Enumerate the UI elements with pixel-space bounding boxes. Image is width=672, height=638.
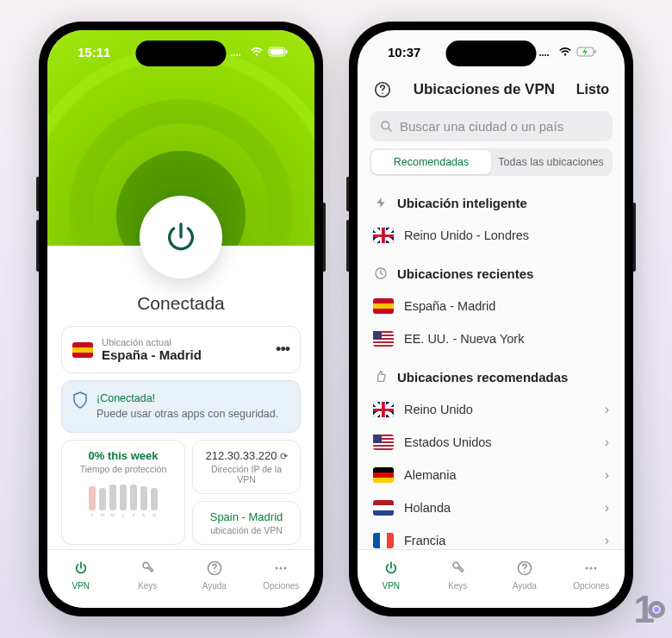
tab-keys[interactable]: Keys xyxy=(115,550,182,599)
more-icon xyxy=(582,559,600,578)
svg-rect-16 xyxy=(594,50,596,53)
tab-bar: VPN Keys Ayuda Opciones xyxy=(47,549,314,608)
vpn-loc-label: ubicación de VPN xyxy=(202,525,291,535)
info-title: ¡Conectada! xyxy=(96,391,289,407)
power-icon xyxy=(164,220,198,254)
battery-charging-icon xyxy=(576,47,599,57)
location-row[interactable]: España - Madrid xyxy=(358,290,625,322)
location-row-smart[interactable]: Reino Unido - Londres xyxy=(358,219,625,252)
phone-locations: 10:37 Ubicaciones de VPN Listo Buscar un… xyxy=(349,22,633,616)
tab-help[interactable]: Ayuda xyxy=(181,550,248,599)
svg-rect-5 xyxy=(271,49,284,55)
chevron-right-icon: › xyxy=(605,533,609,548)
tab-help[interactable]: Ayuda xyxy=(491,550,558,599)
notch xyxy=(446,41,537,66)
location-row[interactable]: Reino Unido› xyxy=(358,393,625,426)
svg-point-13 xyxy=(544,54,546,56)
week-bars-icon xyxy=(69,481,177,510)
svg-point-23 xyxy=(590,567,593,570)
vpn-loc-value: Spain - Madrid xyxy=(202,510,291,523)
svg-rect-6 xyxy=(286,50,288,53)
chevron-right-icon: › xyxy=(605,467,609,483)
svg-point-9 xyxy=(280,567,283,570)
info-banner: ¡Conectada! Puede usar otras apps con se… xyxy=(61,380,301,433)
svg-point-8 xyxy=(276,567,278,570)
svg-point-22 xyxy=(586,567,588,570)
location-row[interactable]: Holanda› xyxy=(358,491,625,524)
ip-card[interactable]: 212.30.33.220⟳ Dirección IP de la VPN xyxy=(192,440,301,494)
section-recent: Ubicaciones recientes xyxy=(358,252,625,290)
location-row[interactable]: EE. UU. - Nueva York xyxy=(358,322,625,355)
location-row[interactable]: Alemania› xyxy=(358,459,625,491)
tab-bar: VPN Keys Ayuda Opciones xyxy=(358,549,625,608)
more-icon xyxy=(271,559,290,578)
flag-de-icon xyxy=(373,467,394,483)
power-icon xyxy=(72,559,90,578)
wifi-icon xyxy=(250,47,264,57)
search-icon xyxy=(380,120,393,133)
flag-fr-icon xyxy=(373,533,394,548)
flag-spain-icon xyxy=(72,342,93,358)
power-icon xyxy=(382,559,401,578)
status-time: 10:37 xyxy=(388,45,420,59)
phone-home: 15:11 Conectada xyxy=(39,22,323,616)
svg-point-0 xyxy=(231,54,233,56)
tab-keys[interactable]: Keys xyxy=(425,550,492,599)
flag-nl-icon xyxy=(373,500,394,516)
segmented-control: Recomendadas Todas las ubicaciones xyxy=(370,148,613,176)
key-icon xyxy=(448,559,467,578)
more-button[interactable]: ••• xyxy=(276,341,289,359)
tab-options[interactable]: Opciones xyxy=(558,550,625,599)
flag-us-icon xyxy=(373,331,394,347)
tab-vpn[interactable]: VPN xyxy=(358,550,425,599)
watermark-logo: 1 xyxy=(634,588,665,631)
ip-label: Dirección IP de la VPN xyxy=(202,464,291,485)
search-placeholder: Buscar una ciudad o un país xyxy=(400,119,563,134)
cellular-icon xyxy=(538,47,554,57)
tab-all-locations[interactable]: Todas las ubicaciones xyxy=(491,150,611,174)
svg-point-2 xyxy=(236,54,238,56)
nav-bar: Ubicaciones de VPN Listo xyxy=(358,73,625,106)
help-icon xyxy=(515,559,534,578)
location-name: España - Madrid xyxy=(102,347,267,362)
shield-icon xyxy=(72,391,88,409)
done-button[interactable]: Listo xyxy=(576,82,609,97)
protection-time-card[interactable]: 0% this week Tiempo de protección lmmjvs… xyxy=(61,440,185,545)
ip-value: 212.30.33.220⟳ xyxy=(202,449,291,462)
svg-point-3 xyxy=(239,54,240,56)
vpn-location-card[interactable]: Spain - Madrid ubicación de VPN xyxy=(192,501,301,545)
refresh-icon[interactable]: ⟳ xyxy=(280,451,288,462)
clock-icon xyxy=(373,266,389,281)
key-icon xyxy=(138,559,157,578)
help-icon[interactable] xyxy=(373,80,392,99)
search-input[interactable]: Buscar una ciudad o un país xyxy=(370,111,613,141)
tab-vpn[interactable]: VPN xyxy=(47,550,115,599)
connection-status: Conectada xyxy=(47,293,314,314)
chevron-right-icon: › xyxy=(605,402,609,417)
power-button[interactable] xyxy=(140,196,222,278)
notch xyxy=(136,41,227,66)
tab-recommended[interactable]: Recomendadas xyxy=(371,150,491,174)
svg-line-19 xyxy=(388,128,391,131)
location-row[interactable]: Estados Unidos› xyxy=(358,426,625,459)
locations-list[interactable]: Ubicación inteligente Reino Unido - Lond… xyxy=(358,181,625,571)
svg-point-11 xyxy=(539,54,541,56)
battery-icon xyxy=(268,47,289,57)
section-smart: Ubicación inteligente xyxy=(358,181,625,219)
chevron-right-icon: › xyxy=(605,500,609,516)
svg-point-10 xyxy=(284,567,287,570)
status-time: 15:11 xyxy=(78,45,110,59)
wifi-icon xyxy=(558,47,572,57)
chevron-right-icon: › xyxy=(605,435,609,450)
svg-point-1 xyxy=(233,54,235,56)
current-location-card[interactable]: Ubicación actual España - Madrid ••• xyxy=(61,326,301,373)
page-title: Ubicaciones de VPN xyxy=(414,81,555,98)
svg-point-24 xyxy=(594,567,597,570)
cellular-icon xyxy=(230,47,246,57)
flag-uk-icon xyxy=(373,402,394,417)
tab-options[interactable]: Opciones xyxy=(248,550,315,599)
flag-es-icon xyxy=(373,298,394,314)
thumbs-up-icon xyxy=(373,369,389,385)
protection-label: Tiempo de protección xyxy=(69,464,177,474)
info-subtitle: Puede usar otras apps con seguridad. xyxy=(96,407,289,422)
